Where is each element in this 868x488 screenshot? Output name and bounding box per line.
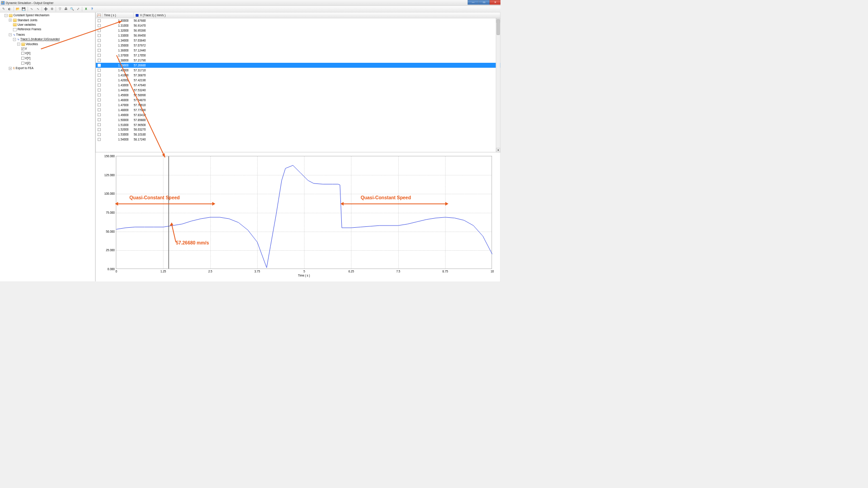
row-checkbox[interactable] [98,39,100,42]
row-checkbox[interactable] [98,123,100,126]
table-row[interactable]: 1.4000057.31710 [96,68,500,73]
table-row[interactable]: 1.3500057.07972 [96,43,500,48]
table-row[interactable]: 1.4800057.77090 [96,108,500,113]
table-row[interactable]: 1.3400057.03640 [96,38,500,43]
row-checkbox[interactable] [98,29,100,32]
scroll-thumb[interactable] [497,19,500,35]
row-checkbox[interactable] [98,108,100,111]
row-checkbox[interactable] [98,79,100,81]
tool-zoom-icon[interactable]: 🔍 [69,6,75,12]
row-checkbox[interactable] [98,74,100,76]
table-row[interactable]: 1.3700057.17050 [96,53,500,58]
tree-vz[interactable]: V[Z] [21,61,31,66]
table-row[interactable]: 1.4600057.64870 [96,98,500,103]
table-row[interactable]: 1.4500057.58990 [96,93,500,98]
table-row[interactable]: 1.4700057.70910 [96,103,500,108]
tool-curve1-icon[interactable]: ∿ [29,6,35,12]
row-checkbox[interactable] [98,138,100,141]
tool-open-icon[interactable]: 📂 [15,6,20,12]
row-checkbox[interactable] [98,19,100,22]
table-row[interactable]: 1.3800057.21790 [96,58,500,63]
tool-print-icon[interactable]: 🖶 [63,6,69,12]
row-checkbox[interactable] [98,99,100,101]
table-row[interactable]: 1.5200058.03270 [96,127,500,132]
row-checkbox[interactable] [98,89,100,91]
row-checkbox[interactable] [98,49,100,52]
row-checkbox[interactable] [98,84,100,86]
row-checkbox[interactable] [98,24,100,27]
row-checkbox[interactable] [98,94,100,96]
col-velocity[interactable]: V (Trace:1) ( mm/s ) [134,13,500,18]
table-row[interactable]: 1.3200056.95390 [96,28,500,33]
table-row[interactable]: 1.4900057.83410 [96,113,500,117]
tree-velocities[interactable]: −Velocities [17,42,38,47]
plot-area[interactable]: 01.252.53.7556.257.58.75100.00025.00050.… [116,156,492,269]
tree-export-fea[interactable]: +⎘Export to FEA [8,66,34,70]
table-body[interactable]: 1.3000056.876801.3100056.914701.3200056.… [96,18,500,152]
table-row[interactable]: 1.3100056.91470 [96,23,500,28]
tree-v[interactable]: V [21,47,28,51]
checkbox[interactable] [21,52,24,54]
table-row[interactable]: 1.3900057.26680 [96,63,500,68]
col-time[interactable]: Time ( s ) [103,13,134,18]
tree-vx[interactable]: V[X] [21,51,31,56]
tool-export-excel-icon[interactable]: X [84,6,89,12]
tree-vy[interactable]: V[Y] [21,56,31,61]
tree-standard-joints[interactable]: +Standard Joints [8,18,38,23]
tool-add-trace-icon[interactable]: ➕ [43,6,49,12]
row-checkbox[interactable] [98,64,100,66]
tool-settings-icon[interactable]: ⚙ [49,6,55,12]
row-checkbox[interactable] [98,128,100,131]
tree-root[interactable]: − Constant Speed Mechanism [4,13,50,18]
chart[interactable]: 01.252.53.7556.257.58.75100.00025.00050.… [98,155,495,279]
tool-filter-icon[interactable]: ▽ [57,6,63,12]
table-row[interactable]: 1.5000057.89880 [96,117,500,122]
row-checkbox[interactable] [98,44,100,47]
row-checkbox[interactable] [98,113,100,116]
minimize-button[interactable]: — [468,0,479,5]
tool-fit-icon[interactable]: ⤢ [75,6,81,12]
table-row[interactable]: 1.5100057.96500 [96,122,500,127]
tool-help-icon[interactable]: ? [90,6,95,12]
tool-save-icon[interactable]: 💾 [21,6,27,12]
table-row[interactable]: 1.4400057.53240 [96,88,500,93]
row-checkbox[interactable] [98,69,100,71]
table-row[interactable]: 1.3300056.99450 [96,33,500,38]
tool-curve2-icon[interactable]: ∿ [35,6,41,12]
row-checkbox[interactable] [98,54,100,56]
vertical-scrollbar[interactable]: ▲ ▼ [496,18,500,152]
tool-eraser-icon[interactable]: ◐ [7,6,13,12]
title-bar: Dynamic Simulation - Output Grapher — ▭ … [0,0,500,6]
tool-pencil-icon[interactable]: ✎ [1,6,6,12]
table-row[interactable]: 1.3000056.87680 [96,18,500,23]
tree-traces[interactable]: −∿Traces [8,33,25,37]
checkbox[interactable] [21,56,24,59]
table-row[interactable]: 1.4200057.42190 [96,78,500,83]
chart-cursor[interactable] [169,156,169,269]
checkbox[interactable] [21,47,24,50]
col-label: V (Trace:1) ( mm/s ) [140,14,166,17]
table-row[interactable]: 1.4300057.47640 [96,83,500,88]
tree-pane[interactable]: − Constant Speed Mechanism +Standard Joi… [0,13,95,282]
tree-user-variables[interactable]: User variables [8,23,36,27]
row-checkbox[interactable] [98,103,100,106]
header-icon[interactable] [96,13,103,18]
row-checkbox[interactable] [98,34,100,37]
tree-reference-frames[interactable]: Reference Frames [8,28,42,32]
scroll-down-icon[interactable]: ▼ [496,148,500,152]
ytick-label: 125.000 [104,174,115,177]
window-title: Dynamic Simulation - Output Grapher [6,1,468,5]
cell-time: 1.48000 [103,108,134,112]
cell-velocity: 56.87680 [134,19,170,22]
checkbox[interactable] [21,61,24,64]
table-row[interactable]: 1.5300058.10180 [96,132,500,137]
close-button[interactable]: ✕ [490,0,500,5]
table-row[interactable]: 1.3600057.12440 [96,48,500,53]
table-row[interactable]: 1.4100057.36870 [96,73,500,78]
maximize-button[interactable]: ▭ [479,0,490,5]
tree-trace1[interactable]: −∿Trace:1 (Indicator:1)/Grounded [13,37,60,42]
row-checkbox[interactable] [98,59,100,61]
row-checkbox[interactable] [98,118,100,121]
row-checkbox[interactable] [98,133,100,136]
table-row[interactable]: 1.5400058.17240 [96,137,500,142]
